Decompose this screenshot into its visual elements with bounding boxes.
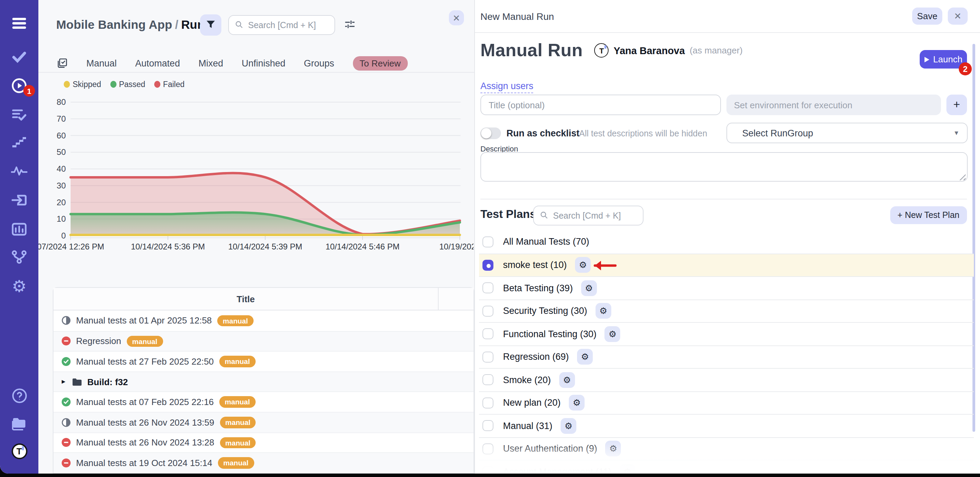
select-all-icon[interactable]: [57, 57, 68, 68]
sidebar-item-tests-check[interactable]: [0, 47, 38, 67]
plan-checkbox[interactable]: [482, 237, 493, 247]
plan-label[interactable]: Beta Testing (39): [503, 283, 573, 293]
column-header-title[interactable]: Title: [54, 288, 439, 310]
plan-label[interactable]: Manual (31): [503, 421, 552, 431]
legend-item-failed[interactable]: Failed: [154, 80, 185, 88]
sidebar-item-help[interactable]: [0, 386, 38, 405]
legend-item-passed[interactable]: Passed: [110, 80, 145, 88]
plan-label[interactable]: Regression (69): [503, 352, 569, 362]
description-textarea[interactable]: [480, 152, 968, 181]
table-row[interactable]: Manual tests at 26 Nov 2024 13:28manual: [54, 432, 474, 452]
plan-checkbox[interactable]: [482, 306, 493, 316]
plan-settings-button[interactable]: ⚙: [577, 349, 593, 365]
sidebar-item-import[interactable]: [0, 191, 38, 210]
plan-checkbox[interactable]: [482, 283, 493, 294]
test-plan-row[interactable]: All Manual Tests (70): [479, 230, 974, 253]
expand-caret-icon[interactable]: ▶: [62, 379, 65, 385]
runs-search-input[interactable]: [248, 20, 328, 30]
sidebar-item-menu[interactable]: [0, 14, 38, 33]
test-plan-row[interactable]: Security Testing (30)⚙: [479, 299, 974, 322]
plan-label[interactable]: New plan (20): [503, 398, 561, 408]
plan-settings-button[interactable]: ⚙: [606, 441, 621, 457]
run-title-input[interactable]: [480, 95, 721, 115]
sidebar-item-milestones[interactable]: [0, 133, 38, 152]
tab-to-review[interactable]: To Review: [353, 56, 407, 70]
sidebar-item-branches[interactable]: [0, 247, 38, 267]
test-plan-row[interactable]: Account Management (11)⚙: [479, 460, 974, 474]
sidebar-item-runs-play[interactable]: 1: [0, 76, 38, 95]
plan-label[interactable]: Account Management (11): [503, 467, 611, 474]
test-plan-row[interactable]: New plan (20)⚙: [479, 391, 974, 414]
tab-automated[interactable]: Automated: [135, 58, 180, 68]
sidebar-item-testomat-logo[interactable]: T: [0, 441, 38, 461]
branches-icon: [12, 250, 27, 264]
plan-settings-button[interactable]: ⚙: [605, 326, 620, 342]
test-plan-row[interactable]: Functional Testing (30)⚙: [479, 322, 974, 345]
tab-mixed[interactable]: Mixed: [199, 58, 223, 68]
plan-checkbox[interactable]: [482, 375, 493, 385]
legend-item-skipped[interactable]: Skipped: [64, 80, 101, 88]
table-row[interactable]: Manual tests at 26 Nov 2024 13:59manual: [54, 412, 474, 432]
plan-settings-button[interactable]: ⚙: [575, 258, 591, 273]
runs-search[interactable]: [228, 15, 335, 35]
runs-panel-close-button[interactable]: ✕: [449, 10, 464, 25]
manual-badge: manual: [217, 315, 254, 326]
table-row[interactable]: Manual tests at 01 Apr 2025 12:58manual: [54, 310, 474, 331]
table-row[interactable]: Manual tests at 07 Feb 2025 22:16manual: [54, 392, 474, 412]
plan-label[interactable]: Smoke (20): [503, 375, 551, 385]
manual-badge: manual: [220, 417, 256, 428]
add-environment-button[interactable]: +: [947, 95, 967, 115]
plan-settings-button[interactable]: ⚙: [595, 303, 611, 319]
plan-settings-button[interactable]: ⚙: [619, 464, 635, 474]
sidebar-item-projects-folder[interactable]: [0, 415, 38, 434]
sidebar-item-analytics[interactable]: [0, 219, 38, 238]
test-plan-row[interactable]: User Authentication (9)⚙: [479, 437, 974, 460]
plan-checkbox[interactable]: [482, 351, 493, 363]
plan-label[interactable]: All Manual Tests (70): [503, 237, 589, 247]
environment-input[interactable]: [726, 95, 941, 115]
assign-users-link[interactable]: Assign users: [480, 81, 533, 93]
plan-label[interactable]: Security Testing (30): [503, 306, 587, 316]
breadcrumb-project[interactable]: Mobile Banking App: [56, 18, 172, 32]
sidebar-item-test-plans[interactable]: [0, 105, 38, 124]
plan-settings-button[interactable]: ⚙: [561, 418, 576, 434]
table-row[interactable]: Manual tests at 27 Feb 2025 22:50manual: [54, 351, 474, 371]
sidebar-item-settings-gear[interactable]: ⚙: [0, 277, 38, 296]
test-plan-row[interactable]: smoke test (10)⚙: [479, 253, 974, 276]
display-settings-button[interactable]: [342, 18, 357, 33]
table-row[interactable]: Manual tests at 19 Oct 2024 15:14manual: [54, 452, 474, 472]
test-plan-row[interactable]: Beta Testing (39)⚙: [479, 276, 974, 299]
test-plans-search[interactable]: [533, 206, 644, 226]
tab-unfinished[interactable]: Unfinished: [242, 58, 285, 68]
tab-groups[interactable]: Groups: [304, 58, 334, 68]
filter-button[interactable]: [200, 14, 221, 36]
test-plan-row[interactable]: Smoke (20)⚙: [479, 368, 974, 391]
plan-checkbox[interactable]: [482, 444, 493, 455]
save-button[interactable]: Save: [912, 8, 942, 25]
plan-checkbox[interactable]: [482, 466, 493, 474]
plan-checkbox[interactable]: [482, 260, 493, 271]
tests-check-icon: [12, 51, 27, 63]
plan-settings-button[interactable]: ⚙: [569, 395, 585, 411]
table-row[interactable]: Regressionmanual: [54, 331, 474, 351]
test-plan-row[interactable]: Manual (31)⚙: [479, 414, 974, 437]
plan-checkbox[interactable]: [482, 398, 493, 409]
plan-label[interactable]: User Authentication (9): [503, 444, 597, 454]
test-plans-search-input[interactable]: [553, 211, 636, 220]
plan-label[interactable]: smoke test (10): [503, 260, 567, 270]
plan-checkbox[interactable]: [482, 420, 493, 431]
rungroup-select[interactable]: Select RunGroup ▼: [726, 123, 968, 143]
plan-checkbox[interactable]: [482, 329, 493, 340]
tab-manual[interactable]: Manual: [86, 58, 117, 68]
run-as-checklist-toggle[interactable]: [480, 127, 501, 139]
table-row-build-group[interactable]: ▶Build: f32: [54, 372, 474, 392]
projects-folder-icon: [11, 417, 27, 432]
plan-settings-button[interactable]: ⚙: [581, 280, 597, 296]
plan-settings-button[interactable]: ⚙: [559, 372, 575, 388]
test-plan-row[interactable]: Regression (69)⚙: [479, 345, 974, 368]
new-test-plan-button[interactable]: + New Test Plan: [890, 206, 967, 224]
sidebar-item-pulse[interactable]: [0, 161, 38, 180]
gear-icon: ⚙: [573, 398, 581, 408]
panel-close-button[interactable]: ✕: [948, 8, 968, 25]
plan-label[interactable]: Functional Testing (30): [503, 329, 597, 339]
